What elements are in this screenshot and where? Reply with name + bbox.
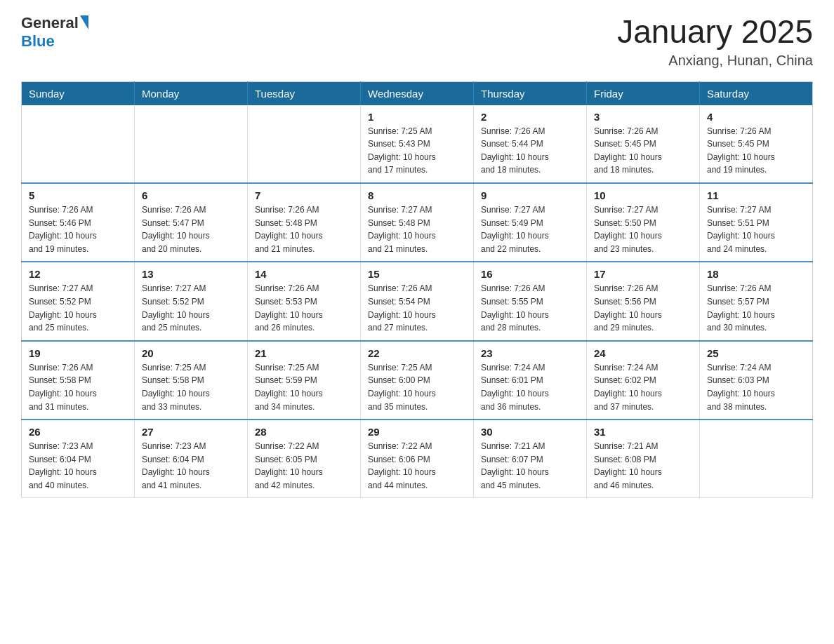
- calendar-cell: 11Sunrise: 7:27 AM Sunset: 5:51 PM Dayli…: [700, 183, 813, 262]
- calendar-cell: 14Sunrise: 7:26 AM Sunset: 5:53 PM Dayli…: [248, 262, 361, 340]
- day-info: Sunrise: 7:26 AM Sunset: 5:58 PM Dayligh…: [29, 361, 127, 413]
- calendar-cell: 26Sunrise: 7:23 AM Sunset: 6:04 PM Dayli…: [22, 420, 135, 498]
- day-info: Sunrise: 7:22 AM Sunset: 6:05 PM Dayligh…: [255, 440, 353, 492]
- day-number: 26: [29, 426, 127, 438]
- calendar-subtitle: Anxiang, Hunan, China: [617, 53, 813, 69]
- logo-area: General Blue: [21, 14, 88, 51]
- calendar-cell: 3Sunrise: 7:26 AM Sunset: 5:45 PM Daylig…: [587, 105, 700, 183]
- day-info: Sunrise: 7:24 AM Sunset: 6:02 PM Dayligh…: [594, 361, 692, 413]
- header-row: SundayMondayTuesdayWednesdayThursdayFrid…: [22, 81, 813, 105]
- calendar-week-0: 1Sunrise: 7:25 AM Sunset: 5:43 PM Daylig…: [22, 105, 813, 183]
- day-info: Sunrise: 7:25 AM Sunset: 6:00 PM Dayligh…: [368, 361, 466, 413]
- day-info: Sunrise: 7:27 AM Sunset: 5:51 PM Dayligh…: [707, 203, 805, 255]
- logo: General: [21, 14, 88, 32]
- day-info: Sunrise: 7:27 AM Sunset: 5:48 PM Dayligh…: [368, 203, 466, 255]
- header-cell-thursday: Thursday: [474, 81, 587, 105]
- calendar-cell: 4Sunrise: 7:26 AM Sunset: 5:45 PM Daylig…: [700, 105, 813, 183]
- header-cell-sunday: Sunday: [22, 81, 135, 105]
- calendar-cell: [248, 105, 361, 183]
- calendar-cell: 15Sunrise: 7:26 AM Sunset: 5:54 PM Dayli…: [361, 262, 474, 340]
- calendar-table: SundayMondayTuesdayWednesdayThursdayFrid…: [21, 81, 813, 499]
- day-info: Sunrise: 7:26 AM Sunset: 5:55 PM Dayligh…: [481, 282, 579, 334]
- day-number: 2: [481, 111, 579, 123]
- calendar-cell: [135, 105, 248, 183]
- header-cell-friday: Friday: [587, 81, 700, 105]
- day-info: Sunrise: 7:26 AM Sunset: 5:53 PM Dayligh…: [255, 282, 353, 334]
- calendar-cell: 22Sunrise: 7:25 AM Sunset: 6:00 PM Dayli…: [361, 341, 474, 420]
- day-info: Sunrise: 7:25 AM Sunset: 5:59 PM Dayligh…: [255, 361, 353, 413]
- day-number: 17: [594, 268, 692, 280]
- calendar-cell: 2Sunrise: 7:26 AM Sunset: 5:44 PM Daylig…: [474, 105, 587, 183]
- day-number: 11: [707, 189, 805, 201]
- day-number: 4: [707, 111, 805, 123]
- day-number: 16: [481, 268, 579, 280]
- day-number: 6: [142, 189, 240, 201]
- day-info: Sunrise: 7:23 AM Sunset: 6:04 PM Dayligh…: [142, 440, 240, 492]
- day-number: 29: [368, 426, 466, 438]
- logo-general-text: General: [21, 14, 79, 32]
- calendar-week-3: 19Sunrise: 7:26 AM Sunset: 5:58 PM Dayli…: [22, 341, 813, 420]
- day-info: Sunrise: 7:26 AM Sunset: 5:45 PM Dayligh…: [707, 125, 805, 177]
- calendar-cell: 6Sunrise: 7:26 AM Sunset: 5:47 PM Daylig…: [135, 183, 248, 262]
- day-info: Sunrise: 7:26 AM Sunset: 5:44 PM Dayligh…: [481, 125, 579, 177]
- day-info: Sunrise: 7:26 AM Sunset: 5:56 PM Dayligh…: [594, 282, 692, 334]
- title-area: January 2025 Anxiang, Hunan, China: [617, 14, 813, 69]
- calendar-cell: 17Sunrise: 7:26 AM Sunset: 5:56 PM Dayli…: [587, 262, 700, 340]
- calendar-cell: 9Sunrise: 7:27 AM Sunset: 5:49 PM Daylig…: [474, 183, 587, 262]
- calendar-cell: 8Sunrise: 7:27 AM Sunset: 5:48 PM Daylig…: [361, 183, 474, 262]
- day-info: Sunrise: 7:25 AM Sunset: 5:58 PM Dayligh…: [142, 361, 240, 413]
- calendar-week-4: 26Sunrise: 7:23 AM Sunset: 6:04 PM Dayli…: [22, 420, 813, 498]
- calendar-cell: [22, 105, 135, 183]
- day-number: 23: [481, 347, 579, 359]
- header-cell-monday: Monday: [135, 81, 248, 105]
- day-info: Sunrise: 7:21 AM Sunset: 6:08 PM Dayligh…: [594, 440, 692, 492]
- calendar-cell: 31Sunrise: 7:21 AM Sunset: 6:08 PM Dayli…: [587, 420, 700, 498]
- day-number: 21: [255, 347, 353, 359]
- day-number: 7: [255, 189, 353, 201]
- calendar-cell: 18Sunrise: 7:26 AM Sunset: 5:57 PM Dayli…: [700, 262, 813, 340]
- day-info: Sunrise: 7:27 AM Sunset: 5:49 PM Dayligh…: [481, 203, 579, 255]
- day-number: 9: [481, 189, 579, 201]
- day-number: 14: [255, 268, 353, 280]
- page-header: General Blue January 2025 Anxiang, Hunan…: [21, 14, 813, 69]
- calendar-week-1: 5Sunrise: 7:26 AM Sunset: 5:46 PM Daylig…: [22, 183, 813, 262]
- day-number: 18: [707, 268, 805, 280]
- day-info: Sunrise: 7:24 AM Sunset: 6:01 PM Dayligh…: [481, 361, 579, 413]
- calendar-cell: 19Sunrise: 7:26 AM Sunset: 5:58 PM Dayli…: [22, 341, 135, 420]
- calendar-cell: 24Sunrise: 7:24 AM Sunset: 6:02 PM Dayli…: [587, 341, 700, 420]
- calendar-cell: 29Sunrise: 7:22 AM Sunset: 6:06 PM Dayli…: [361, 420, 474, 498]
- day-number: 10: [594, 189, 692, 201]
- day-info: Sunrise: 7:27 AM Sunset: 5:50 PM Dayligh…: [594, 203, 692, 255]
- calendar-cell: 10Sunrise: 7:27 AM Sunset: 5:50 PM Dayli…: [587, 183, 700, 262]
- day-number: 13: [142, 268, 240, 280]
- calendar-cell: 5Sunrise: 7:26 AM Sunset: 5:46 PM Daylig…: [22, 183, 135, 262]
- calendar-cell: 16Sunrise: 7:26 AM Sunset: 5:55 PM Dayli…: [474, 262, 587, 340]
- day-number: 20: [142, 347, 240, 359]
- day-number: 3: [594, 111, 692, 123]
- day-info: Sunrise: 7:26 AM Sunset: 5:47 PM Dayligh…: [142, 203, 240, 255]
- calendar-cell: 28Sunrise: 7:22 AM Sunset: 6:05 PM Dayli…: [248, 420, 361, 498]
- day-info: Sunrise: 7:26 AM Sunset: 5:46 PM Dayligh…: [29, 203, 127, 255]
- calendar-cell: 1Sunrise: 7:25 AM Sunset: 5:43 PM Daylig…: [361, 105, 474, 183]
- day-number: 5: [29, 189, 127, 201]
- day-info: Sunrise: 7:27 AM Sunset: 5:52 PM Dayligh…: [29, 282, 127, 334]
- logo-triangle-icon: [80, 15, 88, 29]
- day-info: Sunrise: 7:26 AM Sunset: 5:45 PM Dayligh…: [594, 125, 692, 177]
- day-number: 30: [481, 426, 579, 438]
- header-cell-saturday: Saturday: [700, 81, 813, 105]
- day-number: 8: [368, 189, 466, 201]
- day-info: Sunrise: 7:22 AM Sunset: 6:06 PM Dayligh…: [368, 440, 466, 492]
- calendar-header: SundayMondayTuesdayWednesdayThursdayFrid…: [22, 81, 813, 105]
- day-info: Sunrise: 7:21 AM Sunset: 6:07 PM Dayligh…: [481, 440, 579, 492]
- day-info: Sunrise: 7:26 AM Sunset: 5:54 PM Dayligh…: [368, 282, 466, 334]
- day-info: Sunrise: 7:23 AM Sunset: 6:04 PM Dayligh…: [29, 440, 127, 492]
- day-number: 25: [707, 347, 805, 359]
- day-number: 22: [368, 347, 466, 359]
- calendar-cell: 23Sunrise: 7:24 AM Sunset: 6:01 PM Dayli…: [474, 341, 587, 420]
- day-number: 15: [368, 268, 466, 280]
- header-cell-tuesday: Tuesday: [248, 81, 361, 105]
- logo-blue-text: Blue: [21, 32, 55, 51]
- day-info: Sunrise: 7:24 AM Sunset: 6:03 PM Dayligh…: [707, 361, 805, 413]
- day-number: 19: [29, 347, 127, 359]
- calendar-cell: 12Sunrise: 7:27 AM Sunset: 5:52 PM Dayli…: [22, 262, 135, 340]
